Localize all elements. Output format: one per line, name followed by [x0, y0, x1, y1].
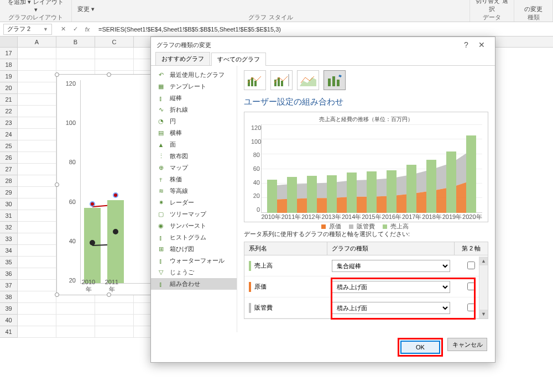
cell[interactable]: [56, 48, 95, 59]
chart-type-item[interactable]: ⊕ マップ: [151, 162, 237, 174]
row-header[interactable]: 40: [0, 315, 18, 326]
cell[interactable]: [95, 315, 134, 326]
row-header[interactable]: 22: [0, 106, 18, 117]
cell[interactable]: [18, 268, 56, 280]
cell[interactable]: [18, 152, 56, 164]
chart-type-item[interactable]: ⫿ ヒストグラム: [151, 232, 237, 243]
cell[interactable]: [56, 326, 95, 338]
data-marker[interactable]: [113, 229, 118, 234]
cell[interactable]: [18, 233, 56, 245]
series-chart-type-select[interactable]: 積み上げ面: [332, 281, 450, 293]
secondary-axis-checkbox[interactable]: [467, 283, 475, 290]
dialog-titlebar[interactable]: グラフの種類の変更 ? ✕: [151, 37, 495, 53]
chart-type-item[interactable]: ⫿ ウォーターフォール: [151, 255, 237, 266]
row-header[interactable]: 39: [0, 303, 18, 315]
ribbon-type-button[interactable]: の変更: [520, 5, 547, 13]
cell[interactable]: [18, 280, 56, 291]
chart-type-item[interactable]: ⫿ 縦棒: [151, 92, 237, 104]
cell[interactable]: [18, 315, 56, 326]
cell[interactable]: [18, 59, 56, 71]
cell[interactable]: [18, 106, 56, 117]
formula-input[interactable]: =SERIES(Sheet1!$E$4,Sheet1!$B$5:$B$15,Sh…: [95, 26, 553, 33]
chart-type-item[interactable]: ⊞ 箱ひげ図: [151, 243, 237, 255]
combo-subtype-3[interactable]: [297, 70, 319, 90]
series-chart-type-select[interactable]: 積み上げ面: [332, 302, 450, 314]
cell[interactable]: [18, 291, 56, 303]
chart-type-item[interactable]: ⋮ 散布図: [151, 150, 237, 162]
row-header[interactable]: 20: [0, 82, 18, 94]
help-button[interactable]: ?: [458, 40, 474, 49]
confirm-formula-button[interactable]: ✓: [71, 25, 80, 33]
scroll-down-icon[interactable]: ▼: [479, 310, 488, 318]
cell[interactable]: [18, 222, 56, 233]
row-header[interactable]: 34: [0, 245, 18, 257]
row-header[interactable]: 31: [0, 210, 18, 222]
row-header[interactable]: 38: [0, 291, 18, 303]
scrollbar[interactable]: ▲ ▼: [479, 257, 488, 318]
combo-subtype-custom[interactable]: [324, 70, 346, 90]
chart-type-item[interactable]: ⫯ 株価: [151, 174, 237, 185]
cell[interactable]: [95, 48, 134, 59]
ribbon-data-buttons[interactable]: 切り替え 選択: [476, 0, 508, 13]
cell[interactable]: [56, 59, 95, 71]
cell[interactable]: [18, 129, 56, 140]
row-header[interactable]: 32: [0, 222, 18, 233]
row-header[interactable]: 19: [0, 71, 18, 82]
chart-type-item[interactable]: ▢ ツリーマップ: [151, 208, 237, 220]
chart-type-item[interactable]: ≋ 等高線: [151, 185, 237, 197]
chart-type-item[interactable]: ▲ 面: [151, 139, 237, 150]
cell[interactable]: [56, 315, 95, 326]
cell[interactable]: [18, 326, 56, 338]
chart-type-item[interactable]: ◔ 円: [151, 116, 237, 127]
resize-handle[interactable]: [55, 292, 59, 297]
resize-handle[interactable]: [107, 72, 111, 77]
cell[interactable]: [18, 187, 56, 198]
chart-type-item[interactable]: ✷ レーダー: [151, 197, 237, 208]
row-header[interactable]: 41: [0, 326, 18, 338]
row-header[interactable]: 21: [0, 94, 18, 106]
column-header[interactable]: C: [95, 36, 134, 47]
tab-recommended[interactable]: おすすめグラフ: [155, 52, 210, 65]
cell[interactable]: [18, 257, 56, 268]
row-header[interactable]: 26: [0, 152, 18, 164]
cell[interactable]: [18, 164, 56, 175]
cell[interactable]: [56, 303, 95, 315]
ok-button[interactable]: OK: [400, 341, 440, 354]
row-header[interactable]: 25: [0, 140, 18, 152]
chart-type-item[interactable]: ◉ サンバースト: [151, 220, 237, 232]
row-header[interactable]: 36: [0, 268, 18, 280]
combo-subtype-2[interactable]: [270, 70, 293, 90]
row-header[interactable]: 18: [0, 59, 18, 71]
series-chart-type-select[interactable]: 集合縦棒: [332, 260, 450, 272]
row-header[interactable]: 30: [0, 198, 18, 210]
chart-type-item[interactable]: ▦ テンプレート: [151, 81, 237, 92]
chevron-down-icon[interactable]: ▼: [43, 27, 48, 32]
cell[interactable]: [18, 117, 56, 129]
row-header[interactable]: 29: [0, 187, 18, 198]
cell[interactable]: [18, 48, 56, 59]
data-marker[interactable]: [113, 192, 118, 198]
embedded-chart-object[interactable]: 120 100 80 60 40 20: [56, 74, 161, 295]
cell[interactable]: [18, 198, 56, 210]
column-header[interactable]: B: [56, 36, 95, 47]
row-header[interactable]: 28: [0, 175, 18, 187]
cell[interactable]: [18, 210, 56, 222]
row-header[interactable]: 23: [0, 117, 18, 129]
cell[interactable]: [18, 303, 56, 315]
row-header[interactable]: 37: [0, 280, 18, 291]
cell[interactable]: [95, 326, 134, 338]
row-header[interactable]: 17: [0, 48, 18, 59]
select-all-corner[interactable]: [0, 36, 18, 47]
cell[interactable]: [95, 303, 134, 315]
resize-handle[interactable]: [55, 182, 59, 187]
row-header[interactable]: 27: [0, 164, 18, 175]
row-header[interactable]: 35: [0, 257, 18, 268]
ribbon-layout-buttons[interactable]: を追加 ▾ レイアウト ▾: [6, 0, 66, 13]
chart-type-item[interactable]: ↶ 最近使用したグラフ: [151, 69, 237, 81]
cell[interactable]: [18, 82, 56, 94]
cell[interactable]: [18, 71, 56, 82]
row-header[interactable]: 33: [0, 233, 18, 245]
name-box[interactable]: グラフ 2 ▼: [3, 24, 52, 35]
secondary-axis-checkbox[interactable]: [467, 262, 475, 269]
row-header[interactable]: 24: [0, 129, 18, 140]
